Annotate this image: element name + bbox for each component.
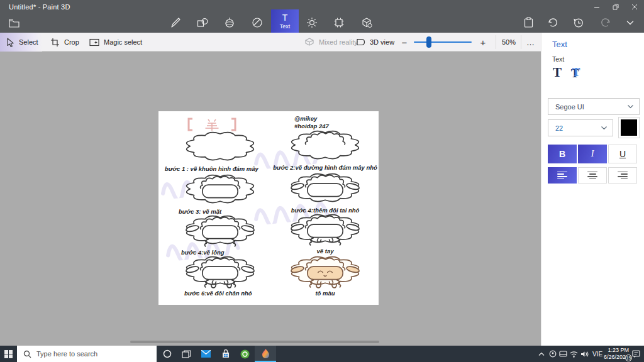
crop-label: Crop [64, 38, 79, 46]
canvas-tool-icon[interactable] [331, 15, 347, 30]
tutorial-step-7: bước 6:vẽ đôi chân nhỏ [170, 255, 270, 297]
notification-badge: 15 [625, 354, 632, 361]
2d-text-button[interactable]: T [549, 64, 565, 80]
tutorial-step-3: bước 3: vẽ mặt [170, 173, 270, 215]
cortana-button[interactable] [157, 346, 177, 362]
font-family-select[interactable]: Segoe UI [548, 98, 640, 115]
tutorial-step-5: bước 4:vẽ lông [170, 214, 270, 256]
chevron-up-icon [538, 352, 545, 356]
taskbar-search-input[interactable]: Type here to search [17, 346, 157, 362]
cursor-icon [6, 38, 14, 47]
step-label: bước 6:vẽ đôi chân nhỏ [184, 290, 272, 297]
italic-button[interactable]: I [578, 145, 607, 163]
history-icon[interactable] [571, 15, 586, 30]
cortana-icon [163, 349, 172, 358]
minimize-button[interactable] [587, 0, 606, 14]
step-label: vẽ tay [317, 248, 334, 255]
window-title: Untitled* - Paint 3D [9, 3, 70, 11]
text-section-label: Text [552, 55, 564, 63]
task-view-button[interactable] [177, 346, 196, 362]
mail-app-button[interactable] [196, 346, 216, 362]
zoom-slider-thumb[interactable] [426, 36, 431, 48]
time: 1:23 PM [604, 347, 629, 354]
font-family-value: Segoe UI [555, 103, 584, 111]
canvas-header-sheep-character [187, 118, 236, 131]
font-size-select[interactable]: 22 [548, 119, 613, 136]
font-size-value: 22 [555, 124, 563, 132]
brush-tool-icon[interactable] [168, 15, 183, 30]
sheep-drawing-step-2 [278, 129, 372, 163]
meet-now-icon [549, 350, 557, 358]
magic-select-button[interactable]: Magic select [89, 33, 142, 52]
language-indicator[interactable]: VIE [590, 346, 605, 362]
restore-button[interactable] [606, 0, 625, 14]
align-center-button[interactable] [578, 167, 607, 184]
mixed-reality-button[interactable]: Mixed reality [304, 33, 358, 52]
title-bar: Untitled* - Paint 3D T Text [0, 0, 644, 33]
step-label: bước 2:vẽ đường hình đám mây nhỏ [273, 164, 377, 171]
magic-select-label: Magic select [104, 38, 142, 46]
underline-button[interactable]: U [608, 145, 637, 163]
crop-icon [50, 38, 60, 47]
sheep-drawing-step-3 [173, 173, 267, 207]
tray-network-button[interactable] [569, 346, 579, 362]
sheep-drawing-step-5 [173, 214, 267, 248]
text-color-picker[interactable] [618, 117, 640, 138]
store-app-button[interactable] [216, 346, 235, 362]
more-options-button[interactable]: … [526, 33, 535, 52]
select-button[interactable]: Select [6, 33, 38, 52]
crop-button[interactable]: Crop [50, 33, 79, 52]
tray-touchpad-button[interactable] [558, 346, 569, 362]
separator [496, 35, 496, 49]
action-center-button[interactable]: 15 [629, 346, 643, 362]
taskbar: Type here to search VIE 1:23 PM 6/26/202… [0, 346, 644, 362]
sheep-drawing-step-1 [173, 130, 267, 165]
paint3d-icon [261, 348, 270, 358]
expand-toolbar-icon[interactable] [623, 15, 638, 30]
3d-view-button[interactable]: 3D view [355, 33, 394, 52]
align-right-button[interactable] [608, 167, 637, 184]
3d-library-tool-icon[interactable] [359, 15, 374, 30]
bold-button[interactable]: B [548, 145, 577, 163]
start-button[interactable] [0, 346, 17, 362]
wifi-icon [570, 351, 578, 358]
search-placeholder: Type here to search [36, 350, 97, 358]
touchpad-icon [559, 351, 567, 357]
3d-shapes-tool-icon[interactable] [222, 15, 237, 30]
effects-tool-icon[interactable] [304, 15, 319, 30]
speaker-icon [580, 351, 589, 358]
recorder-app-button[interactable] [235, 346, 255, 362]
zoom-out-button[interactable]: − [397, 33, 411, 52]
zoom-percent[interactable]: 50% [502, 33, 516, 52]
text-color-swatch [621, 119, 637, 136]
task-view-icon [182, 350, 191, 358]
magic-select-icon [89, 38, 99, 47]
select-label: Select [19, 38, 38, 46]
close-button[interactable] [625, 0, 644, 14]
stickers-tool-icon[interactable] [250, 15, 265, 30]
panel-title: Text [552, 40, 567, 49]
canvas-image[interactable]: @mikey #hoidap 247 bước 1 : vẽ khuôn hìn… [158, 111, 379, 305]
horizontal-scrollbar[interactable] [130, 341, 379, 343]
tutorial-step-2: bước 2:vẽ đường hình đám mây nhỏ [274, 129, 376, 171]
tray-volume-button[interactable] [579, 346, 590, 362]
3d-text-button[interactable]: T [568, 64, 584, 80]
tray-meet-button[interactable] [547, 346, 558, 362]
separator [521, 35, 521, 49]
align-left-button[interactable] [548, 167, 577, 184]
paint3d-app-button[interactable] [255, 346, 276, 362]
zoom-in-button[interactable]: + [476, 33, 490, 52]
green-app-icon [240, 349, 250, 359]
tray-expand-button[interactable] [536, 346, 547, 362]
menu-icon[interactable] [6, 15, 21, 30]
2d-shapes-tool-icon[interactable] [195, 15, 210, 30]
tutorial-step-4: bước 4:thêm đôi tai nhỏ [274, 172, 376, 214]
redo-icon[interactable] [598, 15, 613, 30]
zoom-slider[interactable] [414, 41, 472, 43]
work-area: @mikey #hoidap 247 bước 1 : vẽ khuôn hìn… [0, 52, 541, 346]
windows-logo-icon [4, 350, 13, 358]
paste-icon[interactable] [521, 15, 536, 30]
text-tool-button[interactable]: T Text [271, 9, 299, 33]
sheep-drawing-step-4 [278, 172, 372, 206]
undo-icon[interactable] [545, 15, 560, 30]
